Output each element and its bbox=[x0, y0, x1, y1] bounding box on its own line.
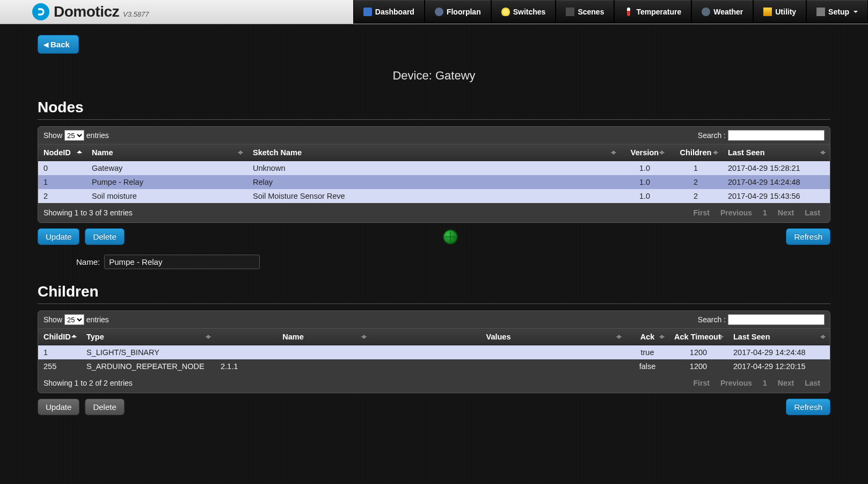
nav-switches[interactable]: Switches bbox=[491, 0, 556, 24]
pager-last[interactable]: Last bbox=[800, 377, 825, 389]
children-table-block: Show 25 entries Search : ChildID Type Na… bbox=[38, 310, 830, 393]
nodes-actions: Update Delete Refresh bbox=[38, 228, 830, 245]
page-content: ◀ Back Device: Gatewy Nodes Show 25 entr… bbox=[0, 24, 868, 437]
nodes-refresh-button[interactable]: Refresh bbox=[786, 228, 830, 245]
sort-icon bbox=[616, 333, 622, 341]
table-info: Showing 1 to 3 of 3 entries bbox=[43, 208, 133, 217]
nav-label: Scenes bbox=[578, 8, 604, 16]
col-name[interactable]: Name bbox=[215, 329, 371, 345]
dashboard-icon bbox=[363, 8, 372, 16]
children-refresh-button[interactable]: Refresh bbox=[786, 399, 830, 415]
col-lastseen[interactable]: Last Seen bbox=[728, 329, 830, 345]
pager-last[interactable]: Last bbox=[800, 206, 825, 219]
col-ack[interactable]: Ack bbox=[626, 329, 669, 345]
nav-label: Switches bbox=[513, 8, 546, 16]
nodes-toolbar-bottom: Showing 1 to 3 of 3 entries First Previo… bbox=[38, 203, 830, 222]
col-nodeid[interactable]: NodeID bbox=[38, 145, 86, 161]
nav-label: Utility bbox=[775, 8, 796, 16]
node-name-edit: Name: bbox=[76, 255, 830, 269]
nav-label: Floorplan bbox=[447, 8, 481, 16]
divider bbox=[38, 119, 830, 120]
table-row[interactable]: 0 Gateway Unknown 1.0 1 2017-04-29 15:28… bbox=[38, 161, 830, 176]
node-name-input[interactable] bbox=[104, 255, 260, 269]
table-row[interactable]: 255 S_ARDUINO_REPEATER_NODE 2.1.1 false … bbox=[38, 359, 830, 373]
divider bbox=[38, 304, 830, 304]
nav-utility[interactable]: Utility bbox=[753, 0, 806, 24]
children-heading: Children bbox=[38, 283, 830, 300]
col-lastseen[interactable]: Last Seen bbox=[723, 145, 830, 161]
sort-icon bbox=[659, 333, 665, 341]
table-row[interactable]: 1 S_LIGHT/S_BINARY true 1200 2017-04-29 … bbox=[38, 345, 830, 360]
table-row[interactable]: 1 Pumpe - Relay Relay 1.0 2 2017-04-29 1… bbox=[38, 175, 830, 189]
nav-scenes[interactable]: Scenes bbox=[556, 0, 614, 24]
weather-icon bbox=[702, 8, 710, 16]
nav-label: Weather bbox=[713, 8, 743, 16]
search-label: Search : bbox=[698, 315, 726, 324]
sort-icon bbox=[659, 149, 665, 156]
pager-prev[interactable]: Previous bbox=[716, 206, 756, 219]
col-values[interactable]: Values bbox=[371, 329, 626, 345]
sort-icon bbox=[718, 333, 724, 341]
nav-label: Temperature bbox=[636, 8, 681, 16]
col-acktimeout[interactable]: Ack Timeout bbox=[669, 329, 728, 345]
nav-dashboard[interactable]: Dashboard bbox=[353, 0, 425, 24]
children-delete-button[interactable]: Delete bbox=[85, 399, 124, 415]
children-toolbar-bottom: Showing 1 to 2 of 2 entries First Previo… bbox=[38, 373, 830, 393]
sort-icon bbox=[77, 149, 82, 156]
nodes-table-block: Show 25 entries Search : NodeID Name Ske… bbox=[38, 126, 830, 223]
col-type[interactable]: Type bbox=[81, 329, 215, 345]
sort-icon bbox=[361, 333, 367, 341]
back-label: Back bbox=[50, 40, 70, 49]
pager-next[interactable]: Next bbox=[774, 377, 798, 389]
logo-icon bbox=[32, 3, 49, 20]
nav-setup[interactable]: Setup bbox=[806, 0, 868, 24]
entries-label: entries bbox=[86, 131, 109, 140]
nav-label: Dashboard bbox=[375, 8, 414, 16]
col-childid[interactable]: ChildID bbox=[38, 329, 81, 345]
children-entries-select[interactable]: 25 bbox=[64, 314, 84, 325]
col-children[interactable]: Children bbox=[669, 145, 723, 161]
table-info: Showing 1 to 2 of 2 entries bbox=[43, 379, 133, 387]
pager-page[interactable]: 1 bbox=[758, 206, 771, 219]
pager-next[interactable]: Next bbox=[774, 206, 798, 219]
bulb-icon bbox=[501, 8, 510, 16]
floorplan-icon bbox=[435, 8, 443, 16]
nav-floorplan[interactable]: Floorplan bbox=[425, 0, 491, 24]
show-label: Show bbox=[43, 315, 62, 324]
col-version[interactable]: Version bbox=[621, 145, 669, 161]
children-update-button[interactable]: Update bbox=[38, 399, 79, 415]
sort-icon bbox=[611, 149, 616, 156]
brand-version: V3.5877 bbox=[123, 10, 149, 18]
sort-icon bbox=[238, 149, 243, 156]
page-title: Device: Gatewy bbox=[38, 69, 830, 83]
pager-first[interactable]: First bbox=[689, 206, 714, 219]
nodes-search-input[interactable] bbox=[728, 130, 825, 141]
brand-name: Domoticz bbox=[54, 3, 119, 20]
pager-first[interactable]: First bbox=[689, 377, 714, 389]
sort-icon bbox=[820, 149, 826, 156]
sort-icon bbox=[71, 333, 77, 341]
setup-icon bbox=[816, 8, 825, 16]
nodes-delete-button[interactable]: Delete bbox=[85, 228, 124, 245]
children-toolbar-top: Show 25 entries Search : bbox=[38, 311, 830, 328]
nodes-heading: Nodes bbox=[38, 99, 830, 116]
nav-weather[interactable]: Weather bbox=[691, 0, 753, 24]
nodes-update-button[interactable]: Update bbox=[38, 228, 79, 245]
search-label: Search : bbox=[698, 131, 726, 140]
nav-temperature[interactable]: Temperature bbox=[614, 0, 691, 24]
table-row[interactable]: 2 Soil moisture Soil Moisture Sensor Rev… bbox=[38, 189, 830, 203]
nodes-entries-select[interactable]: 25 bbox=[64, 130, 84, 141]
children-actions: Update Delete Refresh bbox=[38, 399, 830, 415]
thermometer-icon bbox=[627, 8, 630, 16]
nodes-toolbar-top: Show 25 entries Search : bbox=[38, 127, 830, 144]
pager-page[interactable]: 1 bbox=[758, 377, 771, 389]
pager-prev[interactable]: Previous bbox=[716, 377, 756, 389]
logo[interactable]: Domoticz V3.5877 bbox=[32, 3, 149, 20]
col-name[interactable]: Name bbox=[86, 145, 247, 161]
back-button[interactable]: ◀ Back bbox=[38, 35, 79, 54]
chevron-down-icon bbox=[854, 11, 858, 15]
triangle-left-icon: ◀ bbox=[43, 41, 48, 48]
children-search-input[interactable] bbox=[728, 314, 825, 325]
col-sketch[interactable]: Sketch Name bbox=[247, 145, 621, 161]
name-label: Name: bbox=[76, 257, 100, 266]
